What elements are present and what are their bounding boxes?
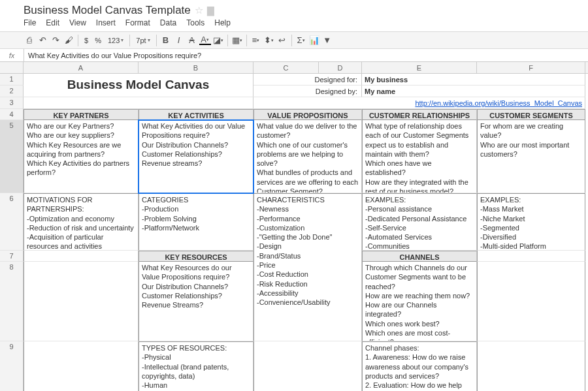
col-header-E[interactable]: E: [362, 62, 477, 73]
col-header-F[interactable]: F: [477, 62, 585, 73]
undo-icon[interactable]: ↶: [37, 35, 48, 46]
fontsize-label: 7pt: [136, 37, 146, 44]
cell-designed-for-label[interactable]: Designed for:: [253, 74, 362, 86]
cell-key-partners-header[interactable]: KEY PARTNERS: [24, 109, 139, 120]
font-size-button[interactable]: 7pt▾: [133, 37, 152, 44]
redo-icon[interactable]: ↷: [50, 35, 61, 46]
cell-blank-a3[interactable]: [24, 97, 253, 109]
currency-button[interactable]: $: [82, 37, 91, 44]
functions-button[interactable]: Σ▾: [295, 35, 307, 46]
cell-value-prop-q[interactable]: What value do we deliver to the customer…: [253, 120, 362, 193]
row-header-7[interactable]: 7: [0, 251, 24, 262]
number-format-button[interactable]: 123▾: [105, 37, 126, 44]
print-icon[interactable]: ⎙: [24, 35, 35, 46]
menu-tools[interactable]: Tools: [186, 18, 204, 27]
menu-view[interactable]: View: [69, 18, 86, 27]
row-header-2[interactable]: 2: [0, 86, 24, 97]
cell-link[interactable]: http://en.wikipedia.org/wiki/Business_Mo…: [253, 97, 585, 109]
toolbar: ⎙ ↶ ↷ 🖌 $ % 123▾ 7pt▾ B I A A▾ ◪▾ ▦▾ ≡▾ …: [0, 31, 588, 49]
cell-blank-a8[interactable]: [24, 262, 139, 341]
cell-blank-f9[interactable]: [477, 341, 585, 391]
menu-help[interactable]: Help: [214, 18, 231, 27]
align-button[interactable]: ≡▾: [250, 35, 262, 46]
menu-file[interactable]: File: [24, 18, 36, 27]
cell-blank-a7[interactable]: [24, 251, 139, 262]
cell-blank-f7[interactable]: [477, 251, 585, 262]
col-header-B[interactable]: B: [139, 62, 253, 73]
chart-icon[interactable]: 📊: [308, 35, 320, 46]
separator: [246, 35, 247, 46]
cell-cust-seg-q[interactable]: For whom are we creating value? Who are …: [477, 120, 585, 193]
italic-button[interactable]: I: [173, 35, 185, 46]
cell-key-partners-ex[interactable]: MOTIVATIONS FOR PARTNERSHIPS: -Optimizat…: [24, 193, 139, 251]
row-header-6[interactable]: 6: [0, 193, 24, 251]
cell-cust-seg-ex[interactable]: EXAMPLES: -Mass Market -Niche Market -Se…: [477, 193, 585, 251]
cell-designed-for[interactable]: My business: [362, 74, 585, 86]
wrap-button[interactable]: ↩: [276, 35, 288, 46]
cell-cust-rel-ex[interactable]: EXAMPLES: -Personal assistance -Dedicate…: [362, 193, 477, 251]
separator: [156, 35, 157, 46]
cell-key-resources-q[interactable]: What Key Resources do our Value Proposit…: [139, 262, 253, 341]
cell-cust-rel-header[interactable]: CUSTOMER RELATIONSHIPS: [362, 109, 477, 120]
text-color-button[interactable]: A▾: [199, 36, 211, 45]
menu-format[interactable]: Format: [125, 18, 150, 27]
cell-blank-c9[interactable]: [253, 341, 362, 391]
filter-icon[interactable]: ▼: [321, 35, 333, 46]
cell-key-partners-q[interactable]: Who are our Key Partners? Who are our ke…: [24, 120, 139, 193]
cell-cust-rel-q[interactable]: What type of relationship does each of o…: [362, 120, 477, 193]
row-header-8[interactable]: 8: [0, 262, 24, 341]
row-header-9[interactable]: 9: [0, 341, 24, 391]
cell-key-activities-header[interactable]: KEY ACTIVITIES: [139, 109, 253, 120]
cell-value-prop-ex[interactable]: CHARACTERISTICS -Newness -Performance -C…: [253, 193, 362, 341]
valign-button[interactable]: ⬍▾: [263, 35, 275, 46]
folder-icon[interactable]: ▇: [207, 5, 214, 16]
paint-format-icon[interactable]: 🖌: [63, 35, 74, 46]
col-header-C[interactable]: C: [253, 62, 319, 73]
separator: [78, 35, 78, 46]
row-header-3[interactable]: 3: [0, 97, 24, 109]
star-icon[interactable]: ☆: [195, 5, 203, 16]
cell-value-prop-header[interactable]: VALUE PROPOSITIONS: [253, 109, 362, 120]
percent-button[interactable]: %: [92, 37, 104, 44]
fx-label: fx: [0, 52, 24, 59]
numfmt-label: 123: [108, 37, 120, 44]
menu-insert[interactable]: Insert: [96, 18, 116, 27]
cell-channels-q[interactable]: Through which Channels do our Customer S…: [362, 262, 477, 341]
cell-channels-header[interactable]: CHANNELS: [362, 251, 477, 262]
fill-color-button[interactable]: ◪▾: [212, 35, 224, 46]
separator: [291, 35, 292, 46]
cell-designed-by[interactable]: My name: [362, 86, 585, 97]
cell-key-resources-ex[interactable]: TYPES OF RESOURCES: -Physical -Intellect…: [139, 341, 253, 391]
row-header-5[interactable]: 5: [0, 120, 24, 193]
document-title[interactable]: Business Model Canvas Template: [24, 4, 191, 17]
canvas-link[interactable]: http://en.wikipedia.org/wiki/Business_Mo…: [415, 99, 582, 107]
cell-designed-by-label[interactable]: Designed by:: [253, 86, 362, 97]
strikethrough-button[interactable]: A: [186, 35, 198, 46]
separator: [227, 35, 228, 46]
select-all-corner[interactable]: [0, 62, 24, 74]
separator: [129, 35, 130, 46]
col-header-A[interactable]: A: [24, 62, 139, 73]
row-header-4[interactable]: 4: [0, 109, 24, 120]
menu-edit[interactable]: Edit: [46, 18, 59, 27]
cell-cust-seg-header[interactable]: CUSTOMER SEGMENTS: [477, 109, 585, 120]
borders-button[interactable]: ▦▾: [231, 35, 243, 46]
cell-channels-ex[interactable]: Channel phases: 1. Awareness: How do we …: [362, 341, 477, 391]
cell-key-activities-q[interactable]: What Key Activities do our Value Proposi…: [139, 120, 253, 193]
cell-key-resources-header[interactable]: KEY RESOURCES: [139, 251, 253, 262]
col-header-D[interactable]: D: [319, 62, 362, 73]
row-header-1[interactable]: 1: [0, 74, 24, 86]
cell-key-activities-ex[interactable]: CATEGORIES -Production -Problem Solving …: [139, 193, 253, 251]
cell-blank-a9[interactable]: [24, 341, 139, 391]
cell-title[interactable]: Business Model Canvas: [24, 74, 253, 97]
formula-input[interactable]: [24, 49, 588, 61]
menu-data[interactable]: Data: [160, 18, 176, 27]
cell-blank-f8[interactable]: [477, 262, 585, 341]
bold-button[interactable]: B: [160, 35, 172, 46]
